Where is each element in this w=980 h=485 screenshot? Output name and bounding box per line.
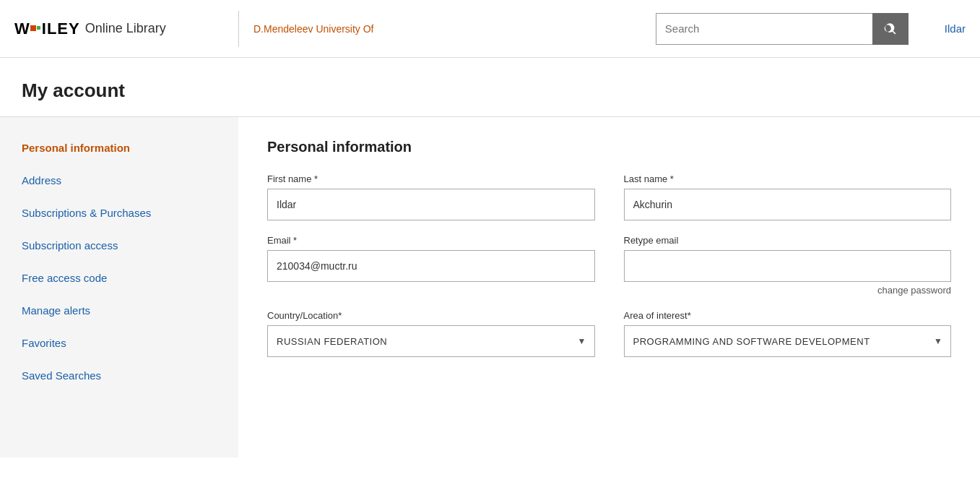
area-select-wrapper: PROGRAMMING AND SOFTWARE DEVELOPMENT BIO… bbox=[624, 325, 952, 357]
search-input[interactable] bbox=[656, 13, 872, 45]
change-password-link[interactable]: change password bbox=[624, 285, 952, 296]
sidebar-item-personal-information[interactable]: Personal information bbox=[0, 132, 238, 164]
country-label: Country/Location* bbox=[267, 310, 595, 321]
email-input[interactable] bbox=[267, 250, 595, 282]
institution-name: D.Mendeleev University Of bbox=[253, 23, 641, 35]
sidebar: Personal information Address Subscriptio… bbox=[0, 117, 238, 458]
search-area bbox=[656, 13, 909, 45]
area-label: Area of interest* bbox=[624, 310, 952, 321]
sidebar-item-saved-searches[interactable]: Saved Searches bbox=[0, 359, 238, 392]
retype-email-label: Retype email bbox=[624, 235, 952, 246]
logo-area: WILEY Online Library bbox=[14, 20, 224, 38]
retype-email-input[interactable] bbox=[624, 250, 952, 282]
section-title: Personal information bbox=[267, 139, 951, 155]
area-select[interactable]: PROGRAMMING AND SOFTWARE DEVELOPMENT BIO… bbox=[624, 325, 952, 357]
logo-online: Online Library bbox=[82, 21, 166, 36]
last-name-input[interactable] bbox=[624, 189, 952, 220]
email-group: Email * bbox=[267, 235, 595, 296]
sidebar-item-manage-alerts[interactable]: Manage alerts bbox=[0, 294, 238, 327]
retype-email-group: Retype email change password bbox=[624, 235, 952, 296]
sidebar-item-free-access-code[interactable]: Free access code bbox=[0, 262, 238, 294]
sidebar-item-favorites[interactable]: Favorites bbox=[0, 327, 238, 359]
name-row: First name * Last name * bbox=[267, 173, 951, 220]
user-name[interactable]: Ildar bbox=[945, 22, 966, 35]
sidebar-item-address[interactable]: Address bbox=[0, 164, 238, 197]
first-name-group: First name * bbox=[267, 173, 595, 220]
logo-wiley: WILEY bbox=[14, 20, 80, 38]
email-label: Email * bbox=[267, 235, 595, 246]
page-title: My account bbox=[22, 80, 958, 102]
sidebar-item-subscriptions-purchases[interactable]: Subscriptions & Purchases bbox=[0, 197, 238, 229]
header-divider bbox=[238, 11, 239, 47]
country-group: Country/Location* RUSSIAN FEDERATION UNI… bbox=[267, 310, 595, 357]
main-panel: Personal information First name * Last n… bbox=[238, 117, 980, 458]
email-row: Email * Retype email change password bbox=[267, 235, 951, 296]
main-content: Personal information Address Subscriptio… bbox=[0, 117, 980, 458]
search-icon bbox=[883, 22, 898, 36]
first-name-label: First name * bbox=[267, 173, 595, 184]
sidebar-item-subscription-access[interactable]: Subscription access bbox=[0, 229, 238, 262]
header: WILEY Online Library D.Mendeleev Univers… bbox=[0, 0, 980, 58]
page-title-area: My account bbox=[0, 58, 980, 117]
country-select[interactable]: RUSSIAN FEDERATION UNITED STATES UNITED … bbox=[267, 325, 595, 357]
last-name-group: Last name * bbox=[624, 173, 952, 220]
first-name-input[interactable] bbox=[267, 189, 595, 220]
area-group: Area of interest* PROGRAMMING AND SOFTWA… bbox=[624, 310, 952, 357]
country-select-wrapper: RUSSIAN FEDERATION UNITED STATES UNITED … bbox=[267, 325, 595, 357]
location-row: Country/Location* RUSSIAN FEDERATION UNI… bbox=[267, 310, 951, 357]
last-name-label: Last name * bbox=[624, 173, 952, 184]
search-button[interactable] bbox=[872, 13, 909, 45]
